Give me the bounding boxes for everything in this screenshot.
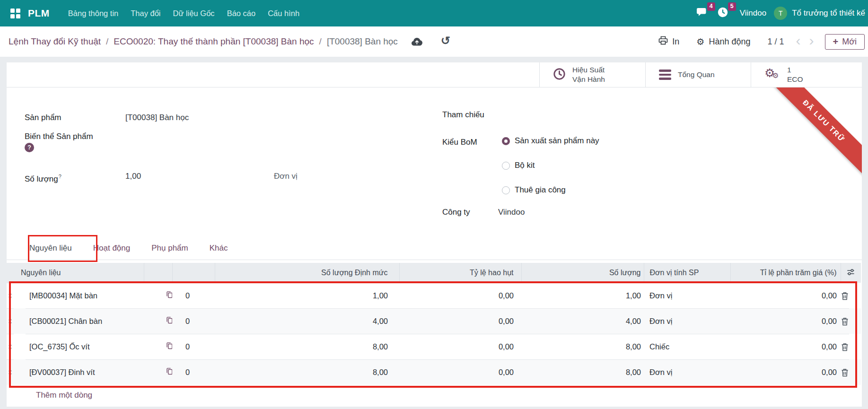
component-row[interactable]: [ĐV00037] Đinh vít 0 8,00 0,00 8,00 Đơn … (7, 359, 861, 385)
apply-count-cell[interactable]: 0 (172, 334, 215, 359)
menu-item-configuration[interactable]: Cấu hình (262, 0, 306, 26)
company-value[interactable]: Viindoo (498, 207, 525, 218)
drag-handle-icon[interactable] (7, 283, 14, 308)
printer-icon (658, 36, 668, 47)
loss-rate-cell[interactable]: 0,00 (399, 283, 521, 308)
company-switcher[interactable]: Viindoo (740, 9, 766, 18)
app-name[interactable]: PLM (28, 8, 50, 19)
norm-quantity-cell[interactable]: 8,00 (215, 359, 399, 385)
tab-operations[interactable]: Hoạt động (93, 244, 130, 253)
overview-stat-button[interactable]: Tổng Quan (645, 62, 751, 87)
uom-cell[interactable]: Chiếc (644, 334, 730, 359)
loss-rate-cell[interactable]: 0,00 (399, 308, 521, 334)
cost-percent-cell[interactable]: 0,00 (730, 334, 841, 359)
print-button[interactable]: In (658, 36, 679, 47)
component-name-cell[interactable]: [CB00021] Chân bàn (26, 308, 144, 334)
menu-item-dashboard[interactable]: Bảng thông tin (62, 0, 124, 26)
menu-item-reporting[interactable]: Báo cáo (221, 0, 262, 26)
cost-percent-cell[interactable]: 0,00 (730, 283, 841, 308)
user-menu[interactable]: Tổ trưởng tổ thiết kế (792, 9, 865, 18)
component-row[interactable]: [OC_6735] Ốc vít 0 8,00 0,00 8,00 Chiếc … (7, 334, 861, 359)
breadcrumb-eco-record[interactable]: ECO0020: Thay thế thành phần [T00038] Bà… (114, 36, 314, 47)
quantity-value[interactable]: 1,00 (125, 171, 141, 182)
norm-quantity-cell[interactable]: 1,00 (215, 283, 399, 308)
loss-rate-cell[interactable]: 0,00 (399, 334, 521, 359)
header-uom[interactable]: Đơn vị tính SP (644, 263, 730, 283)
operational-efficiency-stat-button[interactable]: Hiệu Suất Vận Hành (539, 62, 645, 87)
delete-row-icon[interactable] (841, 308, 849, 334)
drag-handle-icon[interactable] (7, 334, 14, 359)
header-cost-percent[interactable]: Tỉ lệ phần trăm giá (%) (730, 263, 841, 283)
duplicate-icon[interactable] (144, 334, 172, 359)
new-record-button[interactable]: + Mới (825, 34, 865, 50)
reference-label: Tham chiếu (442, 110, 484, 120)
add-line-button[interactable]: Thêm một dòng (7, 385, 862, 406)
drag-handle-icon[interactable] (7, 308, 14, 334)
quantity-cell[interactable]: 8,00 (521, 334, 644, 359)
component-row[interactable]: [CB00021] Chân bàn 0 4,00 0,00 4,00 Đơn … (7, 308, 861, 334)
quantity-uom-value[interactable]: Đơn vị (274, 171, 298, 182)
component-name-cell[interactable]: [MB00034] Mặt bàn (26, 283, 144, 308)
cloud-save-icon[interactable] (411, 37, 423, 46)
duplicate-icon[interactable] (144, 308, 172, 334)
table-header-row: Nguyên liệu Số lượng Định mức Tỷ lệ hao … (7, 263, 861, 283)
apply-count-cell[interactable]: 0 (172, 308, 215, 334)
breadcrumb-eco-list[interactable]: Lệnh Thay đổi Kỹ thuật (9, 36, 101, 47)
apply-count-cell[interactable]: 0 (172, 283, 215, 308)
pager-value[interactable]: 1 / 1 (767, 37, 784, 47)
stat-label: 1 ECO (787, 65, 803, 84)
menu-item-master-data[interactable]: Dữ liệu Gốc (167, 0, 221, 26)
component-name-cell[interactable]: [OC_6735] Ốc vít (26, 334, 144, 359)
pager-previous-icon[interactable]: ‹ (796, 34, 801, 48)
apply-count-cell[interactable]: 0 (172, 359, 215, 385)
action-menu-button[interactable]: ⚙ Hành động (696, 37, 750, 47)
quantity-cell[interactable]: 4,00 (521, 308, 644, 334)
loss-rate-cell[interactable]: 0,00 (399, 359, 521, 385)
menu-item-changes[interactable]: Thay đổi (124, 0, 167, 26)
activities-button[interactable]: 5 (712, 4, 733, 23)
radio-selected-icon[interactable] (502, 137, 510, 145)
uom-cell[interactable]: Đơn vị (644, 308, 730, 334)
uom-cell[interactable]: Đơn vị (644, 283, 730, 308)
chat-bubble-icon (695, 7, 708, 20)
norm-quantity-cell[interactable]: 8,00 (215, 334, 399, 359)
header-loss-rate[interactable]: Tỷ lệ hao hụt (399, 263, 521, 283)
header-quantity[interactable]: Số lượng (521, 263, 644, 283)
bom-type-option-subcontract[interactable]: Thuê gia công (502, 185, 566, 195)
eco-count-stat-button[interactable]: ⚙⚙ 1 ECO (751, 62, 862, 87)
norm-quantity-cell[interactable]: 4,00 (215, 308, 399, 334)
cost-percent-cell[interactable]: 0,00 (730, 359, 841, 385)
duplicate-icon[interactable] (144, 359, 172, 385)
tab-components[interactable]: Nguyên liệu (29, 244, 72, 253)
tab-byproducts[interactable]: Phụ phẩm (151, 244, 188, 253)
form-sheet: Hiệu Suất Vận Hành Tổng Quan ⚙⚙ 1 ECO ĐÃ… (7, 62, 862, 407)
radio-unselected-icon[interactable] (502, 162, 510, 170)
undo-icon[interactable]: ↺ (441, 35, 450, 46)
component-name-cell[interactable]: [ĐV00037] Đinh vít (26, 359, 144, 385)
sliders-icon (846, 270, 855, 278)
quantity-cell[interactable]: 1,00 (521, 283, 644, 308)
component-row[interactable]: [MB00034] Mặt bàn 0 1,00 0,00 1,00 Đơn v… (7, 283, 861, 308)
delete-row-icon[interactable] (841, 283, 849, 308)
header-component[interactable]: Nguyên liệu (7, 263, 144, 283)
product-value[interactable]: [T00038] Bàn học (125, 113, 189, 123)
pager-next-icon[interactable]: › (809, 34, 814, 48)
apps-grid-icon[interactable] (10, 9, 20, 18)
messages-button[interactable]: 4 (691, 4, 712, 23)
tab-misc[interactable]: Khác (210, 244, 228, 253)
quantity-cell[interactable]: 8,00 (521, 359, 644, 385)
action-label: Hành động (709, 37, 750, 47)
notebook-tabs: Nguyên liệu Hoạt động Phụ phẩm Khác (7, 236, 862, 260)
duplicate-icon[interactable] (144, 283, 172, 308)
uom-cell[interactable]: Đơn vị (644, 359, 730, 385)
bom-type-option-manufacture[interactable]: Sản xuất sản phẩm này (502, 136, 599, 146)
header-norm-quantity[interactable]: Số lượng Định mức (215, 263, 399, 283)
delete-row-icon[interactable] (841, 334, 849, 359)
delete-row-icon[interactable] (841, 359, 849, 385)
bom-type-option-kit[interactable]: Bộ kit (502, 161, 535, 170)
cost-percent-cell[interactable]: 0,00 (730, 308, 841, 334)
radio-unselected-icon[interactable] (502, 186, 510, 194)
drag-handle-icon[interactable] (7, 359, 14, 385)
header-optional-columns[interactable] (841, 263, 861, 283)
user-avatar[interactable]: T (774, 7, 787, 20)
